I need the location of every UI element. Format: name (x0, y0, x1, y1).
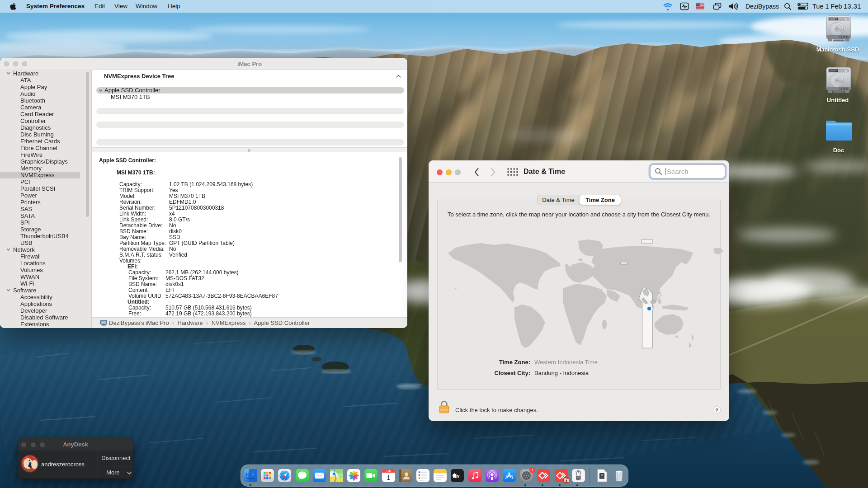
svg-text:1: 1 (387, 474, 390, 481)
svg-text:FEB: FEB (387, 470, 391, 472)
svg-text:tv: tv (456, 473, 460, 479)
